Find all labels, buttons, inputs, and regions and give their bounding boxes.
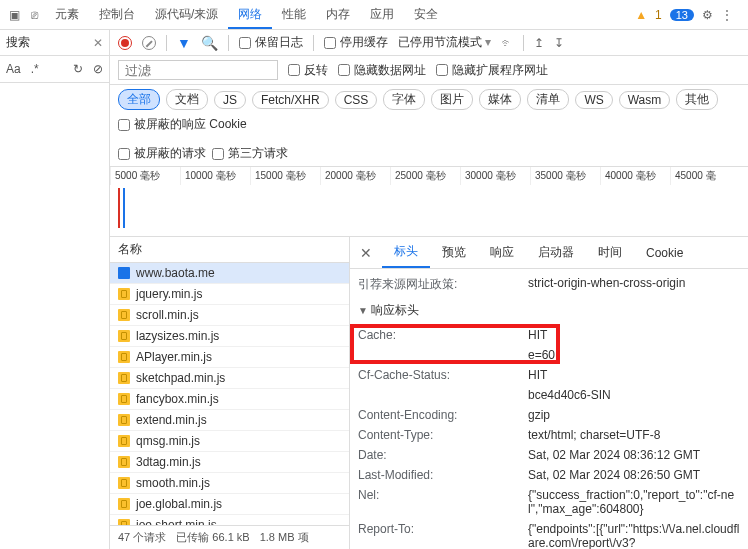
type-Fetch/XHR[interactable]: Fetch/XHR <box>252 91 329 109</box>
script-icon <box>118 330 130 342</box>
response-headers-title[interactable]: 响应标头 <box>358 296 740 325</box>
invert-check[interactable]: 反转 <box>288 62 328 79</box>
detail-tab-预览[interactable]: 预览 <box>430 238 478 267</box>
type-CSS[interactable]: CSS <box>335 91 378 109</box>
disable-cache-check[interactable]: 停用缓存 <box>324 34 388 51</box>
tab-应用[interactable]: 应用 <box>360 1 404 27</box>
script-icon <box>118 393 130 405</box>
type-Wasm[interactable]: Wasm <box>619 91 671 109</box>
search-pane: 搜索 ✕ Aa .* ↻ ⊘ <box>0 30 110 549</box>
main-tabs: ▣ ⎚ 元素控制台源代码/来源网络性能内存应用安全 ▲ 1 13 ⚙ ⋮ <box>0 0 748 30</box>
request-row[interactable]: 3dtag.min.js <box>110 452 349 473</box>
detail-tab-响应[interactable]: 响应 <box>478 238 526 267</box>
close-icon[interactable]: ✕ <box>350 241 382 265</box>
refresh-icon[interactable]: ↻ <box>73 62 83 76</box>
script-icon <box>118 351 130 363</box>
search-title: 搜索 <box>6 34 30 51</box>
network-toolbar: ▼ 🔍 保留日志 停用缓存 已停用节流模式 ▾ ᯤ ↥ ↧ <box>110 30 748 56</box>
close-icon[interactable]: ✕ <box>93 36 103 50</box>
case-icon[interactable]: Aa <box>6 62 21 76</box>
tab-元素[interactable]: 元素 <box>45 1 89 27</box>
regex-icon[interactable]: .* <box>31 62 39 76</box>
wifi-icon[interactable]: ᯤ <box>501 36 513 50</box>
warn-count: 1 <box>655 8 662 22</box>
header-value: HIT <box>528 328 740 342</box>
request-row[interactable]: fancybox.min.js <box>110 389 349 410</box>
clear-icon[interactable] <box>142 36 156 50</box>
device-icon[interactable]: ⎚ <box>25 6 43 24</box>
more-icon[interactable]: ⋮ <box>721 8 733 22</box>
request-row[interactable]: APlayer.min.js <box>110 347 349 368</box>
request-name: smooth.min.js <box>136 476 210 490</box>
type-媒体[interactable]: 媒体 <box>479 89 521 110</box>
timeline[interactable]: 5000 毫秒10000 毫秒15000 毫秒20000 毫秒25000 毫秒3… <box>110 167 748 237</box>
detail-pane: ✕ 标头预览响应启动器时间Cookie 引荐来源网址政策: strict-ori… <box>350 237 748 549</box>
type-清单[interactable]: 清单 <box>527 89 569 110</box>
clear-icon[interactable]: ⊘ <box>93 62 103 76</box>
request-row[interactable]: smooth.min.js <box>110 473 349 494</box>
request-row[interactable]: qmsg.min.js <box>110 431 349 452</box>
download-icon[interactable]: ↧ <box>554 36 564 50</box>
request-name: www.baota.me <box>136 266 215 280</box>
request-name: sketchpad.min.js <box>136 371 225 385</box>
type-图片[interactable]: 图片 <box>431 89 473 110</box>
request-name: qmsg.min.js <box>136 434 200 448</box>
request-name: jquery.min.js <box>136 287 202 301</box>
request-row[interactable]: lazysizes.min.js <box>110 326 349 347</box>
detail-tab-时间[interactable]: 时间 <box>586 238 634 267</box>
tab-性能[interactable]: 性能 <box>272 1 316 27</box>
request-name: scroll.min.js <box>136 308 199 322</box>
tab-源代码/来源[interactable]: 源代码/来源 <box>145 1 228 27</box>
request-row[interactable]: joe.short.min.js <box>110 515 349 525</box>
tab-安全[interactable]: 安全 <box>404 1 448 27</box>
script-icon <box>118 519 130 525</box>
referrer-policy-key: 引荐来源网址政策: <box>358 276 528 293</box>
detail-tab-启动器[interactable]: 启动器 <box>526 238 586 267</box>
tab-内存[interactable]: 内存 <box>316 1 360 27</box>
request-row[interactable]: scroll.min.js <box>110 305 349 326</box>
header-key <box>358 348 528 362</box>
request-name: joe.global.min.js <box>136 497 222 511</box>
header-value: HIT <box>528 368 740 382</box>
type-WS[interactable]: WS <box>575 91 612 109</box>
request-list-header: 名称 <box>110 237 349 263</box>
inspect-icon[interactable]: ▣ <box>5 6 23 24</box>
header-key: Date: <box>358 448 528 462</box>
request-row[interactable]: extend.min.js <box>110 410 349 431</box>
request-row[interactable]: www.baota.me <box>110 263 349 284</box>
throttling-select[interactable]: 已停用节流模式 ▾ <box>398 34 491 51</box>
preserve-log-check[interactable]: 保留日志 <box>239 34 303 51</box>
header-key: Report-To: <box>358 522 528 549</box>
type-全部[interactable]: 全部 <box>118 89 160 110</box>
detail-tab-Cookie[interactable]: Cookie <box>634 240 695 266</box>
type-JS[interactable]: JS <box>214 91 246 109</box>
tab-控制台[interactable]: 控制台 <box>89 1 145 27</box>
header-key: Cf-Cache-Status: <box>358 368 528 382</box>
type-文档[interactable]: 文档 <box>166 89 208 110</box>
upload-icon[interactable]: ↥ <box>534 36 544 50</box>
record-icon[interactable] <box>118 36 132 50</box>
request-row[interactable]: jquery.min.js <box>110 284 349 305</box>
header-key: Cache: <box>358 328 528 342</box>
warn-icon[interactable]: ▲ <box>635 8 647 22</box>
request-row[interactable]: sketchpad.min.js <box>110 368 349 389</box>
detail-tab-标头[interactable]: 标头 <box>382 237 430 268</box>
search-icon[interactable]: 🔍 <box>201 35 218 51</box>
gear-icon[interactable]: ⚙ <box>702 8 713 22</box>
script-icon <box>118 288 130 300</box>
type-字体[interactable]: 字体 <box>383 89 425 110</box>
blocked-cookies-check[interactable]: 被屏蔽的响应 Cookie <box>118 116 247 133</box>
request-list: 名称 www.baota.mejquery.min.jsscroll.min.j… <box>110 237 350 549</box>
filter-input[interactable] <box>118 60 278 80</box>
hide-ext-check[interactable]: 隐藏扩展程序网址 <box>436 62 548 79</box>
filter-icon[interactable]: ▼ <box>177 35 191 51</box>
hide-data-check[interactable]: 隐藏数据网址 <box>338 62 426 79</box>
blocked-req-check[interactable]: 被屏蔽的请求 <box>118 145 206 162</box>
tab-网络[interactable]: 网络 <box>228 1 272 29</box>
request-row[interactable]: joe.global.min.js <box>110 494 349 515</box>
request-name: lazysizes.min.js <box>136 329 219 343</box>
request-name: APlayer.min.js <box>136 350 212 364</box>
third-party-check[interactable]: 第三方请求 <box>212 145 288 162</box>
msg-count[interactable]: 13 <box>670 9 694 21</box>
type-其他[interactable]: 其他 <box>676 89 718 110</box>
